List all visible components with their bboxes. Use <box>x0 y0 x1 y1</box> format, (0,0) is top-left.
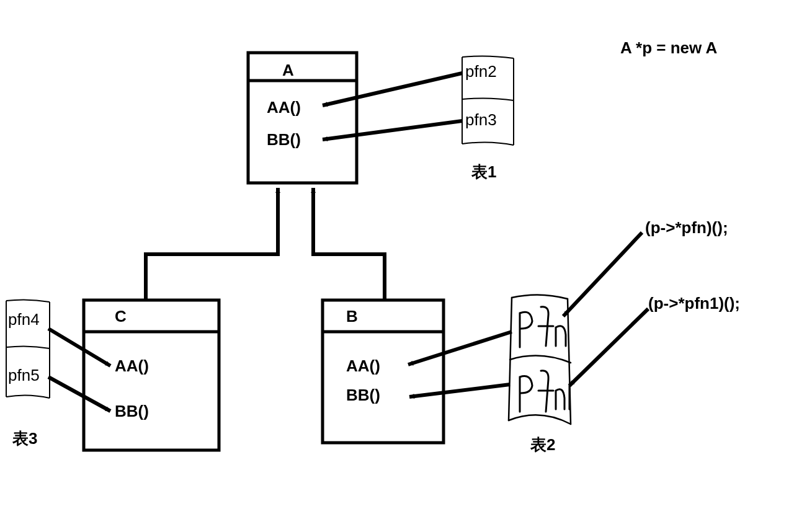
class-a-method-bb: BB() <box>267 130 301 149</box>
call-expr-1: (p->*pfn)(); <box>645 218 728 237</box>
arrow-pfn4-to-C-AA <box>48 329 110 366</box>
svg-line-18 <box>563 233 642 316</box>
arrow-callexpr1-to-pfn <box>563 233 642 316</box>
class-b-method-bb: BB() <box>346 386 380 405</box>
table3-entry2: pfn5 <box>8 366 40 385</box>
class-box-a <box>248 53 357 183</box>
svg-line-15 <box>48 377 110 411</box>
arrow-pfn3-to-BB <box>323 121 462 140</box>
arrow-pfn1-to-B-BB <box>409 384 510 397</box>
table1-caption: 表1 <box>471 161 496 183</box>
class-c-method-bb: BB() <box>115 402 149 421</box>
svg-rect-0 <box>248 53 357 183</box>
class-a-title: A <box>282 61 294 80</box>
class-c-title: C <box>115 307 127 326</box>
svg-line-16 <box>408 332 512 365</box>
class-b-title: B <box>346 307 358 326</box>
diagram-svg <box>0 0 794 532</box>
arrow-pfn5-to-C-BB <box>48 377 110 411</box>
table2-card <box>509 295 571 424</box>
annotation-new-expr: A *p = new A <box>620 38 717 58</box>
class-b-method-aa: AA() <box>346 357 380 376</box>
svg-line-19 <box>569 309 648 386</box>
table1-entry2: pfn3 <box>465 110 497 130</box>
table2-entry1-handwriting <box>520 307 566 347</box>
arrow-pfn-to-B-AA <box>408 332 512 365</box>
arrow-pfn2-to-AA <box>323 73 462 105</box>
table1-entry1: pfn2 <box>465 62 497 81</box>
call-expr-2: (p->*pfn1)(); <box>648 294 740 313</box>
diagram-stage: A *p = new A A AA() BB() pfn2 pfn3 表1 C … <box>0 0 794 532</box>
table2-caption: 表2 <box>530 434 555 456</box>
table3-entry1: pfn4 <box>8 310 40 329</box>
arrow-callexpr2-to-pfn1 <box>569 309 648 386</box>
class-a-method-aa: AA() <box>267 98 301 117</box>
table3-caption: 表3 <box>12 428 37 450</box>
svg-line-12 <box>323 73 462 105</box>
class-c-method-aa: AA() <box>115 357 149 376</box>
svg-line-14 <box>48 329 110 366</box>
inherit-b-to-a <box>313 188 385 300</box>
svg-rect-4 <box>323 300 444 443</box>
class-box-b <box>323 300 444 443</box>
inherit-c-to-a <box>146 188 278 300</box>
class-box-c <box>84 300 219 450</box>
svg-rect-2 <box>84 300 219 450</box>
svg-line-13 <box>323 121 462 140</box>
table2-entry2-handwriting <box>520 371 569 412</box>
svg-line-17 <box>409 384 510 397</box>
